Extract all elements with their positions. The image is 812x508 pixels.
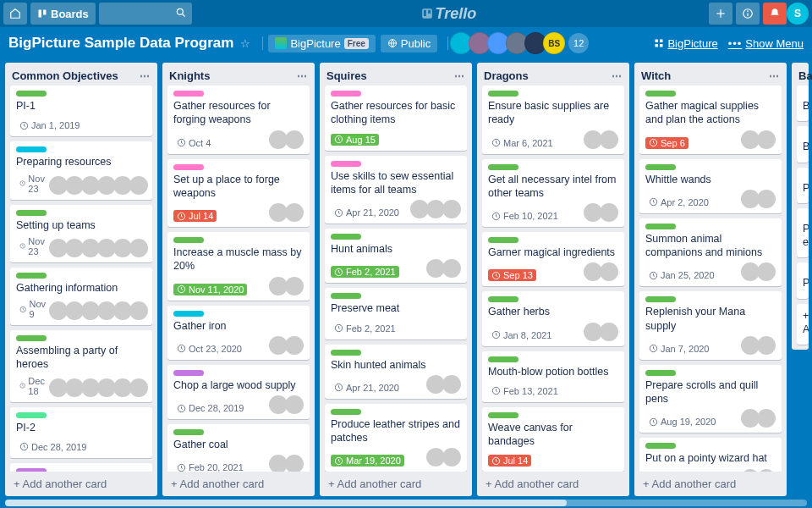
due-badge[interactable]: Mar 19, 2020 (331, 455, 404, 467)
card[interactable]: Skin hunted animalsApr 21, 2020 (325, 345, 467, 399)
member-avatar[interactable] (757, 190, 776, 208)
label[interactable] (16, 412, 47, 418)
add-card-button[interactable]: + Add another card (162, 472, 315, 496)
powerup-link[interactable]: BigPicture (654, 37, 717, 50)
trello-logo[interactable]: Trello (192, 5, 705, 23)
label[interactable] (173, 429, 204, 435)
team-pill[interactable]: BigPicture Free (268, 35, 375, 52)
list-title[interactable]: Knights (169, 69, 297, 82)
label[interactable] (173, 370, 204, 376)
visibility-pill[interactable]: Public (381, 35, 437, 52)
label[interactable] (173, 164, 204, 170)
label[interactable] (331, 293, 361, 299)
label[interactable] (16, 210, 47, 216)
board-title[interactable]: BigPicture Sample Data Program (8, 35, 233, 52)
member-avatar[interactable] (757, 469, 776, 472)
more-members[interactable]: 12 (568, 33, 589, 53)
member-avatar[interactable] (285, 336, 304, 355)
label[interactable] (488, 296, 518, 302)
member-avatar[interactable] (600, 130, 618, 149)
due-badge[interactable]: Aug 15 (331, 134, 379, 146)
add-card-button[interactable]: + Add another card (477, 472, 629, 496)
card[interactable]: Mouth-blow potion bottlesFeb 13, 2021 (482, 351, 624, 402)
card[interactable]: Get all necessary intel from other teams… (482, 159, 624, 228)
list-menu-icon[interactable]: ⋯ (612, 70, 623, 82)
member-avatar[interactable] (757, 336, 776, 355)
list-title[interactable]: Squires (326, 69, 454, 82)
card[interactable]: Gather magical supplies and plan the act… (639, 86, 782, 154)
due-badge[interactable]: Sep 6 (645, 137, 689, 149)
boards-button[interactable]: Boards (30, 3, 96, 25)
info-button[interactable] (736, 3, 760, 25)
card[interactable]: Gathering informationNov 9 (10, 268, 152, 325)
due-badge[interactable]: Sep 13 (488, 269, 536, 281)
star-icon[interactable]: ☆ (240, 37, 250, 50)
card[interactable]: Gather resources for forging weaponsOct … (167, 86, 310, 154)
card[interactable]: Getting battle-readyDec 13, 2019 (10, 463, 152, 472)
card[interactable]: Ensure basic supplies are readyMar 6, 20… (482, 86, 624, 154)
card[interactable]: Ba (797, 86, 809, 121)
card[interactable]: Chop a large wood supplyDec 28, 2019 (167, 365, 310, 419)
card[interactable]: Set up a place to forge weaponsJul 14 (167, 159, 310, 228)
member-avatar[interactable] (285, 203, 304, 222)
member-avatar[interactable] (600, 323, 618, 341)
card[interactable]: PI-1Jan 1, 2019 (10, 86, 152, 136)
notifications-button[interactable] (763, 3, 787, 25)
list-menu-icon[interactable]: ⋯ (769, 70, 780, 82)
board-canvas[interactable]: Common Objectives⋯PI-1Jan 1, 2019Prepari… (0, 59, 812, 500)
member-avatar[interactable] (757, 262, 776, 281)
card[interactable]: Bu (797, 126, 809, 162)
member-avatar[interactable]: BS (543, 32, 565, 54)
user-avatar[interactable]: S (787, 3, 809, 25)
label[interactable] (645, 443, 676, 449)
label[interactable] (16, 468, 47, 472)
show-menu-link[interactable]: ••• Show Menu (728, 37, 804, 50)
label[interactable] (173, 237, 204, 243)
list-title[interactable]: Dragons (484, 69, 612, 82)
card[interactable]: Hunt animalsFeb 2, 2021 (325, 229, 467, 283)
list-menu-icon[interactable]: ⋯ (454, 70, 465, 82)
card[interactable]: + A (797, 304, 809, 345)
list-title[interactable]: Witch (641, 69, 769, 82)
member-avatar[interactable] (285, 395, 304, 414)
member-avatar[interactable] (442, 200, 461, 218)
label[interactable] (488, 237, 518, 243)
search-box[interactable] (99, 3, 192, 25)
label[interactable] (645, 296, 676, 302)
card[interactable]: Increase a muscle mass by 20%Nov 11, 202… (167, 232, 310, 301)
label[interactable] (331, 91, 361, 97)
card[interactable]: Garner magical ingredientsSep 13 (482, 232, 624, 286)
card[interactable]: Summon animal companions and minionsJan … (639, 218, 782, 287)
due-badge[interactable]: Jul 14 (488, 455, 531, 467)
card[interactable]: Replenish your Mana supplyJan 7, 2020 (639, 291, 782, 360)
due-badge[interactable]: Jul 14 (173, 210, 217, 222)
card[interactable]: Preparing resourcesNov 23 (10, 141, 152, 199)
create-button[interactable] (709, 3, 732, 25)
board-members[interactable]: BS 12 (453, 32, 589, 54)
label[interactable] (331, 161, 361, 167)
card[interactable]: Whittle wandsApr 2, 2020 (639, 159, 782, 213)
card[interactable]: Assembling a party of heroesDec 18 (10, 330, 152, 402)
label[interactable] (173, 91, 204, 97)
label[interactable] (488, 164, 518, 170)
label[interactable] (173, 311, 204, 317)
member-avatar[interactable] (600, 203, 618, 222)
label[interactable] (16, 146, 47, 152)
label[interactable] (488, 91, 518, 97)
card[interactable]: Use skills to sew essential items for al… (325, 156, 467, 224)
card[interactable]: Setting up teamsNov 23 (10, 205, 152, 262)
label[interactable] (645, 370, 676, 376)
label[interactable] (16, 335, 47, 341)
card[interactable]: Prepare scrolls and quill pensAug 19, 20… (639, 365, 782, 433)
member-avatar[interactable] (129, 378, 148, 397)
list-title[interactable]: Ba (798, 69, 812, 82)
card[interactable]: Pu (797, 262, 809, 298)
add-card-button[interactable]: + Add another card (634, 472, 787, 496)
label[interactable] (645, 164, 676, 170)
member-avatar[interactable] (442, 259, 461, 278)
card[interactable]: Gather ironOct 23, 2020 (167, 306, 310, 360)
list-menu-icon[interactable]: ⋯ (297, 70, 308, 82)
card[interactable]: Gather herbsJan 8, 2021 (482, 291, 624, 345)
home-button[interactable] (3, 3, 27, 25)
card[interactable]: Preserve meatFeb 2, 2021 (325, 288, 467, 339)
